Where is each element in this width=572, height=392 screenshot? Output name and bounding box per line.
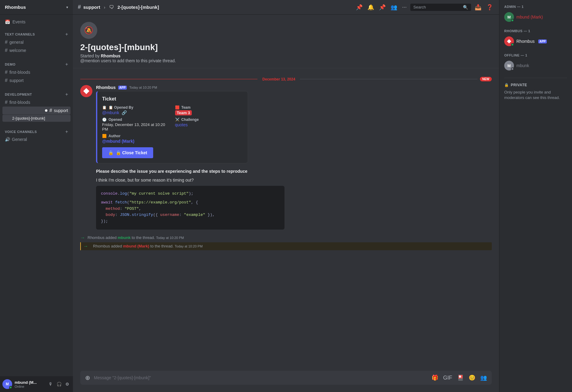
add-voice-channel-icon[interactable]: +: [65, 129, 68, 135]
user-info: mbund (M... Online: [15, 380, 45, 388]
channel-name-first-bloods: first-bloods: [9, 70, 30, 75]
ticket-field-team: 🟥 Team Team 3: [175, 105, 243, 115]
chat-area: December 13, 2024 NEW Rhombus APP Today …: [73, 68, 499, 371]
topbar-more-button[interactable]: ···: [401, 3, 408, 12]
add-dev-channel-icon[interactable]: +: [65, 92, 68, 97]
close-ticket-button[interactable]: 🔒 🔒 Close Ticket: [102, 147, 153, 158]
channel-name-dev-support: support: [54, 108, 68, 113]
author-icon: 🟧: [102, 134, 107, 138]
headphone-button[interactable]: 🎧: [55, 380, 63, 388]
section-title-text-channels: TEXT CHANNELS: [5, 32, 35, 36]
member-item-mbunk[interactable]: M mbunk: [504, 60, 567, 72]
gif-button[interactable]: GIF: [442, 373, 453, 382]
settings-button[interactable]: ⚙: [64, 380, 71, 388]
current-user-status: Online: [15, 385, 45, 388]
private-title: 🔒 PRIVATE: [504, 83, 567, 87]
ticket-opened-value: Friday, December 13, 2024 at 10:20 PM: [102, 122, 170, 131]
member-name-rhombus: Rhombus: [516, 39, 535, 44]
started-by-text: Started by: [80, 53, 100, 58]
divider-line-left: [80, 79, 257, 79]
member-item-rhombus[interactable]: Rhombus APP: [504, 35, 567, 47]
code-console: console: [101, 191, 118, 196]
message-author: Rhombus: [96, 85, 116, 90]
current-user-name: mbund (M...: [15, 380, 45, 385]
sidebar-item-general[interactable]: # general: [2, 38, 71, 46]
topbar-bookmark-button[interactable]: 📌: [378, 3, 387, 12]
topbar-members-button[interactable]: 👥: [389, 3, 398, 12]
member-section-rhombus: RHOMBUS — 1 Rhombus APP: [504, 29, 567, 47]
close-ticket-label: 🔒 Close Ticket: [116, 150, 147, 155]
sidebar-item-welcome[interactable]: # welcome: [2, 46, 71, 54]
add-text-channel-icon[interactable]: +: [65, 32, 68, 37]
ticket-opened-label: 🕐 Opened: [102, 118, 170, 122]
section-voice-channels-header[interactable]: VOICE CHANNELS +: [2, 124, 71, 136]
topbar-parent-channel: support: [83, 5, 100, 10]
topbar-notifications-button[interactable]: 🔔: [366, 3, 375, 12]
avatar: M: [2, 379, 12, 389]
mute-button[interactable]: 🎙: [47, 380, 54, 388]
events-icon: 📅: [5, 19, 10, 24]
topbar-hash-icon: #: [78, 4, 81, 10]
ticket-field-opened: 🕐 Opened Friday, December 13, 2024 at 10…: [102, 118, 170, 131]
chat-input-actions: 🎁 GIF 🎴 😊 👥: [430, 373, 488, 382]
emoji-button[interactable]: 😊: [467, 373, 477, 382]
sys1-before: Rhombus added: [88, 235, 118, 240]
code-string-1: "my current solve script": [129, 191, 189, 196]
chat-input-bar: ⊕ 🎁 GIF 🎴 😊 👥: [80, 371, 492, 385]
avatar: [80, 85, 92, 97]
sidebar-item-support[interactable]: # support: [2, 77, 71, 84]
topbar-pins-button[interactable]: 📌: [355, 3, 364, 12]
svg-marker-0: [83, 88, 89, 94]
section-development: DEVELOPMENT + # first-bloods # support 2…: [2, 87, 71, 122]
ticket-opened-by-value: @mbunk 🔗: [102, 110, 170, 115]
sticker-button[interactable]: 🎴: [456, 373, 465, 382]
sidebar-item-dev-first-bloods[interactable]: # first-bloods: [2, 98, 71, 106]
message-input[interactable]: [94, 372, 428, 383]
code-json-stringify: JSON.stringify: [120, 213, 153, 217]
divider-line-right: [300, 79, 477, 79]
lock-icon: 🔒: [108, 150, 113, 155]
member-avatar-container: M: [504, 61, 514, 70]
add-demo-channel-icon[interactable]: +: [65, 62, 68, 67]
apps-button[interactable]: 👥: [479, 373, 488, 382]
ticket-author-value: @mbund (Mark): [102, 139, 170, 144]
sys2-before: Rhombus added: [93, 244, 123, 248]
sidebar-content: 📅 Events TEXT CHANNELS + # general # wel…: [0, 15, 73, 376]
team-icon: 🟥: [175, 105, 180, 110]
server-header[interactable]: Rhombus ▾: [0, 0, 73, 15]
sidebar-item-thread-quotes-mbunk[interactable]: 2-[quotes]-[mbunk]: [2, 115, 71, 122]
sidebar-item-general-voice[interactable]: 🔊 General: [2, 136, 71, 143]
section-text-channels-header[interactable]: TEXT CHANNELS +: [2, 27, 71, 38]
section-title-development: DEVELOPMENT: [5, 93, 32, 96]
ticket-team-value: Team 3: [175, 110, 243, 115]
gift-button[interactable]: 🎁: [430, 373, 439, 382]
sys1-timestamp: Today at 10:20 PM: [156, 236, 184, 240]
started-by-name: Rhombus: [101, 53, 121, 58]
ticket-grid: 📋 📋 Opened By @mbunk 🔗 🟥: [102, 105, 243, 144]
code-url: "https://example.org/post": [129, 200, 191, 205]
member-item-mbund-mark[interactable]: M mbund (Mark): [504, 11, 567, 23]
code-example-val: "example": [184, 213, 205, 217]
code-line-4: body: JSON.stringify({ username: "exampl…: [101, 212, 280, 218]
ticket-team-label: 🟥 Team: [175, 105, 243, 110]
ticket-card: Ticket 📋 📋 Opened By @mbunk 🔗: [96, 91, 248, 163]
message-header: Rhombus APP Today at 10:20 PM: [96, 85, 492, 90]
thread-name-sidebar: 2-[quotes]-[mbunk]: [12, 116, 45, 121]
section-development-header[interactable]: DEVELOPMENT +: [2, 87, 71, 98]
channel-name-support: support: [9, 78, 24, 83]
search-input[interactable]: [413, 5, 461, 9]
topbar-help-button[interactable]: ❓: [485, 3, 494, 12]
sidebar-item-events[interactable]: 📅 Events: [2, 17, 71, 27]
topbar-inbox-button[interactable]: 📥: [474, 3, 483, 12]
search-bar[interactable]: 🔍: [410, 4, 471, 11]
section-demo-header[interactable]: DEMO +: [2, 57, 71, 68]
add-attachment-button[interactable]: ⊕: [84, 371, 91, 385]
ticket-field-opened-by: 📋 📋 Opened By @mbunk 🔗: [102, 105, 170, 115]
hash-icon: #: [5, 39, 8, 45]
thread-header: 🔕 2-[quotes]-[mbunk] Started by Rhombus …: [73, 15, 499, 68]
code-body-prop: body: [106, 213, 115, 217]
sidebar-item-dev-support[interactable]: # support: [2, 107, 71, 114]
sidebar-item-first-bloods[interactable]: # first-bloods: [2, 68, 71, 76]
member-section-offline: OFFLINE — 1 M mbunk: [504, 53, 567, 72]
code-line-5: });: [101, 218, 280, 225]
